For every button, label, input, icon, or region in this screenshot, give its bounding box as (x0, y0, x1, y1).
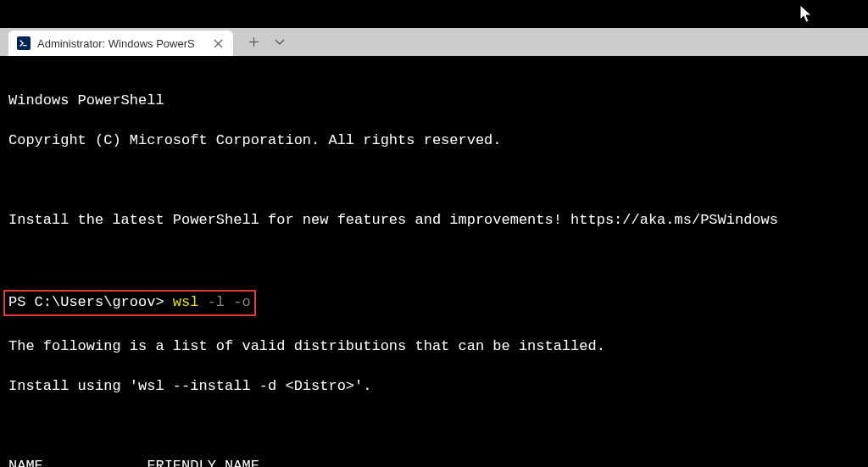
command-wsl: wsl (173, 294, 199, 310)
terminal-line: Install the latest PowerShell for new fe… (8, 210, 860, 230)
tab-powershell[interactable]: Administrator: Windows PowerS (8, 31, 233, 56)
terminal-output[interactable]: Windows PowerShell Copyright (C) Microso… (0, 56, 868, 467)
new-tab-button[interactable] (248, 36, 259, 47)
tab-dropdown-button[interactable] (275, 39, 285, 46)
prompt-text: PS C:\Users\groov> (8, 294, 173, 310)
tab-title: Administrator: Windows PowerS (37, 37, 204, 50)
tabbar-controls (233, 28, 285, 56)
terminal-line: Windows PowerShell (8, 91, 860, 110)
close-icon[interactable] (211, 36, 225, 50)
powershell-icon (17, 36, 31, 50)
terminal-command-line: PS C:\Users\groov> wsl -l -o (8, 290, 860, 316)
terminal-line: Copyright (C) Microsoft Corporation. All… (8, 131, 860, 150)
annotation-highlight-box: PS C:\Users\groov> wsl -l -o (3, 290, 256, 316)
terminal-line (8, 250, 860, 270)
terminal-line: Install using 'wsl --install -d <Distro>… (8, 376, 860, 396)
terminal-line (8, 416, 860, 436)
table-header: NAME FRIENDLY NAME (8, 456, 860, 467)
terminal-line: The following is a list of valid distrib… (8, 336, 860, 356)
command-flags: -l -o (198, 294, 250, 310)
tab-bar: Administrator: Windows PowerS (0, 28, 868, 56)
terminal-line (8, 170, 860, 190)
window-titlebar-blank (0, 0, 868, 28)
